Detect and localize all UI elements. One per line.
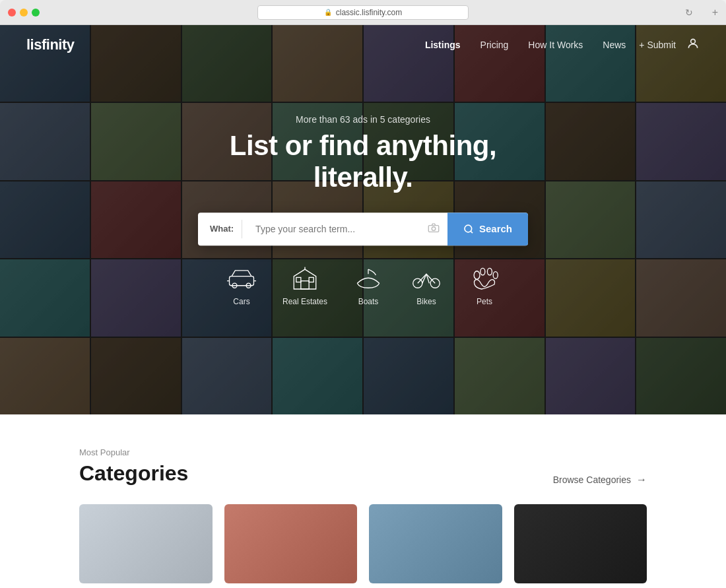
pets-label: Pets [477,297,492,306]
search-label: What: [198,224,242,234]
category-item-real-estates[interactable]: Real Estates [282,265,327,306]
bikes-label: Bikes [416,297,436,306]
search-button-label: Search [479,223,512,234]
svg-rect-12 [309,277,314,282]
camera-icon[interactable] [420,223,447,235]
page: lisfinity Listings Pricing How It Works … [0,25,726,588]
boats-label: Boats [358,297,379,306]
nav-link-how-it-works[interactable]: How It Works [528,40,583,50]
submit-link[interactable]: + Submit [639,40,676,50]
nav-link-pricing[interactable]: Pricing [480,40,509,50]
search-bar: What: Search [198,212,528,245]
category-icons: Cars Real Estates [198,265,528,306]
refresh-button[interactable]: ↻ [685,7,693,18]
nav-item-listings[interactable]: Listings [425,39,461,51]
svg-rect-11 [296,277,301,282]
category-card-3[interactable] [369,504,502,583]
section-title: Categories [79,461,188,486]
section-tag: Most Popular [79,447,188,457]
hero-subtitle: More than 63 ads in 5 categories [198,114,528,125]
address-bar[interactable]: 🔒 classic.lisfinity.com [257,5,469,20]
minimize-button[interactable] [20,9,28,16]
nav-link-news[interactable]: News [603,40,626,50]
nav-links: Listings Pricing How It Works News [425,39,626,51]
search-input[interactable] [250,214,420,244]
window-chrome: 🔒 classic.lisfinity.com ↻ + [0,0,726,25]
category-item-boats[interactable]: Boats [351,265,385,306]
cars-icon [224,265,259,292]
svg-point-0 [691,39,696,44]
nav-link-listings[interactable]: Listings [425,40,461,50]
category-item-bikes[interactable]: Bikes [409,265,444,306]
user-icon[interactable] [686,37,700,53]
category-card-4[interactable] [514,504,647,583]
logo[interactable]: lisfinity [26,36,425,53]
boats-icon [351,265,385,292]
search-divider [242,220,242,238]
cars-label: Cars [233,297,249,306]
new-tab-button[interactable]: + [712,7,718,18]
svg-marker-9 [294,269,315,289]
nav-item-pricing[interactable]: Pricing [480,39,509,51]
navbar: lisfinity Listings Pricing How It Works … [0,25,726,65]
nav-item-news[interactable]: News [603,39,626,51]
browse-label: Browse Categories [553,474,631,485]
browse-arrow-icon: → [636,474,647,486]
categories-header: Most Popular Categories Browse Categorie… [79,447,647,486]
hero-section: lisfinity Listings Pricing How It Works … [0,25,726,414]
svg-point-3 [465,225,472,232]
category-item-cars[interactable]: Cars [224,265,259,306]
hero-content: More than 63 ads in 5 categories List or… [198,114,528,306]
browse-categories-link[interactable]: Browse Categories → [553,474,647,486]
real-estates-icon [288,265,322,292]
svg-point-19 [487,268,492,275]
svg-point-18 [480,268,485,275]
svg-rect-10 [301,280,309,288]
category-item-pets[interactable]: Pets [467,265,502,306]
real-estates-label: Real Estates [282,297,327,306]
svg-point-17 [474,271,480,278]
search-button[interactable]: Search [447,212,528,245]
category-cards [79,504,647,583]
categories-heading: Most Popular Categories [79,447,188,486]
close-button[interactable] [8,9,16,16]
lock-icon: 🔒 [324,9,332,16]
svg-point-2 [432,226,436,230]
below-hero: Most Popular Categories Browse Categorie… [0,414,726,588]
traffic-lights [8,9,40,16]
hero-title: List or find anything, literally. [198,130,528,194]
maximize-button[interactable] [32,9,40,16]
bikes-icon [409,265,444,292]
nav-item-how-it-works[interactable]: How It Works [528,39,583,51]
pets-icon [467,265,502,292]
svg-point-20 [493,271,498,278]
url-text: classic.lisfinity.com [336,8,402,17]
category-card-2[interactable] [224,504,358,583]
category-card-1[interactable] [79,504,213,583]
